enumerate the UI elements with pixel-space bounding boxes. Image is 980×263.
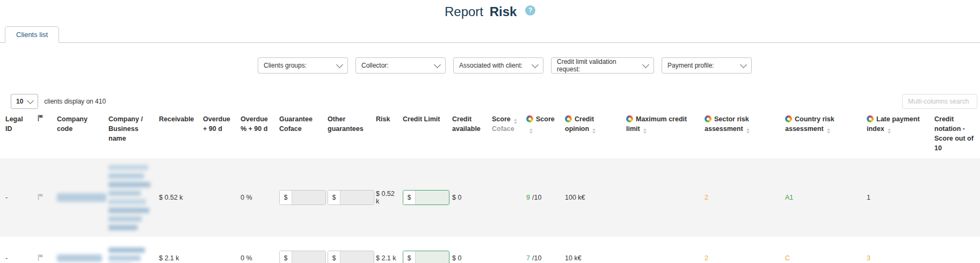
sector-risk-value: 2 — [705, 254, 708, 262]
cell-score-coface — [489, 237, 523, 263]
flag-icon — [38, 114, 44, 125]
cell-country-risk: A1 — [782, 158, 863, 237]
filter-collector[interactable]: Collector: — [355, 57, 446, 74]
other-guarantees-input[interactable] — [340, 191, 374, 204]
color-wheel-icon — [785, 115, 792, 122]
cell-legal-id: - — [0, 237, 34, 263]
sort-icon[interactable] — [514, 119, 517, 124]
col-sector-risk-assessment[interactable]: Sector risk assessment — [701, 111, 782, 158]
cell-guarantee-coface: $ — [276, 158, 324, 237]
chevron-down-icon — [27, 97, 34, 104]
filter-collector-label: Collector: — [361, 62, 389, 69]
cell-flag — [34, 237, 54, 263]
cell-credit-available: $ 0 — [449, 158, 489, 237]
cell-receivable: $ 2.1 k — [156, 237, 200, 263]
cell-overdue-90d — [200, 237, 237, 263]
cell-company-code — [54, 237, 105, 263]
clients-display-text: clients display on 410 — [44, 98, 106, 105]
cell-company-name — [105, 158, 156, 237]
guarantee-coface-input[interactable] — [292, 191, 325, 204]
color-wheel-icon — [705, 115, 712, 122]
col-score-coface-label: Score — [492, 115, 511, 123]
col-overdue-pct-90d: Overdue % + 90 d — [237, 111, 276, 158]
score-suffix: /10 — [532, 194, 541, 201]
page-title: Report Risk ? — [0, 0, 980, 23]
chevron-down-icon — [336, 61, 343, 68]
page-title-bold: Risk — [490, 4, 517, 19]
currency-prefix: $ — [328, 191, 340, 204]
currency-prefix: $ — [280, 251, 292, 263]
sort-icon[interactable] — [529, 128, 533, 134]
cell-overdue-pct-90d: 0 % — [237, 237, 276, 263]
cell-credit-notation — [931, 237, 980, 263]
country-risk-value: C — [785, 254, 790, 262]
filters-row: Clients groups: Collector: Associated wi… — [258, 57, 980, 74]
redacted-company-code — [57, 193, 106, 202]
country-risk-value: A1 — [785, 194, 793, 201]
page-title-regular: Report — [445, 4, 483, 19]
currency-prefix: $ — [328, 251, 340, 263]
color-wheel-icon — [565, 115, 572, 122]
filter-credit-limit-validation-label: Credit limit validation request: — [557, 58, 637, 73]
chevron-down-icon — [642, 61, 649, 68]
col-maximum-credit-limit[interactable]: Maximum credit limit — [623, 111, 701, 158]
multi-columns-search-input[interactable] — [902, 94, 977, 109]
guarantee-coface-input[interactable] — [292, 251, 325, 263]
color-wheel-icon — [626, 115, 633, 122]
filter-associated-with-client-label: Associated with client: — [459, 62, 522, 69]
flag-icon[interactable] — [38, 193, 44, 202]
cell-maximum-credit-limit — [623, 158, 701, 237]
filter-payment-profile[interactable]: Payment profile: — [662, 57, 752, 74]
cell-credit-opinion: 10 k€ — [562, 237, 623, 263]
col-company-code: Company code — [54, 111, 105, 158]
cell-credit-notation — [931, 158, 980, 237]
filter-clients-groups[interactable]: Clients groups: — [258, 57, 348, 74]
sort-icon[interactable] — [746, 128, 750, 134]
score-value: 9 — [526, 194, 530, 201]
cell-country-risk: C — [782, 237, 863, 263]
help-icon[interactable]: ? — [525, 5, 535, 16]
cell-score: 7/10 — [523, 237, 562, 263]
col-score-coface-sublabel: Coface — [492, 124, 520, 134]
col-risk: Risk — [373, 111, 400, 158]
col-credit-limit: Credit Limit — [400, 111, 449, 158]
col-score-coface[interactable]: Score Coface — [489, 111, 523, 158]
filter-clients-groups-label: Clients groups: — [264, 62, 307, 69]
credit-limit-input[interactable] — [416, 191, 449, 204]
sort-icon[interactable] — [888, 128, 891, 134]
sort-icon[interactable] — [592, 128, 596, 134]
table-row[interactable]: - — [0, 158, 980, 237]
col-score[interactable]: Score — [523, 111, 562, 158]
score-suffix: /10 — [532, 254, 541, 262]
sort-icon[interactable] — [827, 128, 830, 134]
cell-maximum-credit-limit — [623, 237, 701, 263]
col-late-payment-index[interactable]: Late payment index — [863, 111, 931, 158]
cell-legal-id: - — [0, 158, 34, 237]
col-credit-notation: Credit notation - Score out of 10 — [931, 111, 980, 158]
table-row[interactable]: - $ 2.1 k 0 % — [0, 237, 980, 263]
tab-bar: Clients list — [0, 26, 980, 43]
late-payment-value: 1 — [867, 194, 870, 201]
credit-limit-input[interactable] — [416, 251, 449, 263]
sector-risk-value: 2 — [705, 194, 708, 201]
redacted-company-name — [108, 247, 145, 263]
col-credit-opinion[interactable]: Credit opinion — [562, 111, 623, 158]
cell-risk: $ 2.1 k — [373, 237, 400, 263]
sort-icon[interactable] — [643, 128, 647, 134]
filter-credit-limit-validation[interactable]: Credit limit validation request: — [551, 57, 654, 74]
cell-flag — [34, 158, 54, 237]
filter-associated-with-client[interactable]: Associated with client: — [453, 57, 543, 74]
page-size-select[interactable]: 10 — [11, 94, 38, 109]
clients-table: Legal ID Company code Company / Business… — [0, 111, 980, 263]
cell-company-code — [54, 158, 105, 237]
table-toolbar: 10 clients display on 410 — [0, 94, 980, 109]
flag-icon[interactable] — [38, 254, 44, 263]
col-other-guarantees: Other guarantees — [324, 111, 373, 158]
col-country-risk-assessment[interactable]: Country risk assessment — [782, 111, 863, 158]
credit-limit-input-group: $ — [403, 251, 449, 263]
cell-guarantee-coface: $ — [276, 237, 324, 263]
redacted-company-code — [57, 254, 102, 262]
tab-clients-list[interactable]: Clients list — [5, 26, 59, 43]
col-receivable: Receivable — [156, 111, 200, 158]
other-guarantees-input[interactable] — [340, 251, 374, 263]
